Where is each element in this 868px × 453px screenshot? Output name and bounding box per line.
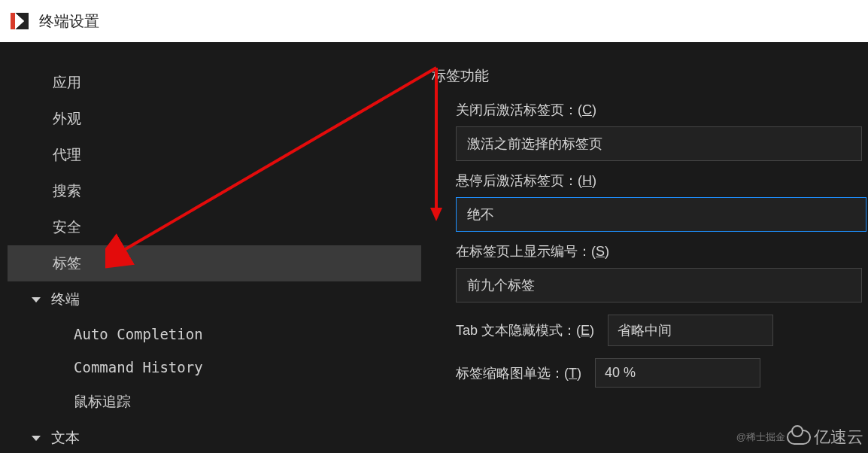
main-panel: 标签功能 关闭后激活标签页：(C) 激活之前选择的标签页 悬停后激活标签页：(H… [421, 42, 868, 453]
sidebar-group-label: 文本 [51, 428, 80, 448]
svg-rect-0 [11, 13, 15, 29]
app-logo-icon [11, 11, 30, 31]
thumbnail-label: 标签缩略图单选：(T) [456, 364, 581, 382]
sidebar-group-label: 终端 [51, 290, 80, 309]
show-number-select[interactable]: 前九个标签 [456, 268, 862, 303]
thumbnail-select[interactable]: 40 % [595, 358, 760, 388]
sidebar-item-mouse-tracking[interactable]: 鼠标追踪 [8, 384, 421, 420]
sidebar-item-appearance[interactable]: 外观 [8, 101, 421, 137]
hover-activate-select[interactable]: 绝不 [456, 197, 866, 232]
sidebar-item-tabs[interactable]: 标签 [8, 245, 421, 281]
close-activate-select[interactable]: 激活之前选择的标签页 [456, 126, 862, 161]
sidebar-group-terminal[interactable]: 终端 [8, 281, 421, 318]
sidebar-item-proxy[interactable]: 代理 [8, 137, 421, 173]
chevron-down-icon [32, 436, 41, 441]
show-number-label: 在标签页上显示编号：(S) [456, 242, 868, 260]
sidebar-item-app[interactable]: 应用 [8, 65, 421, 101]
sidebar: 应用 外观 代理 搜索 安全 标签 终端 Auto Completion Com… [0, 42, 421, 453]
sidebar-item-search[interactable]: 搜索 [8, 173, 421, 209]
chevron-down-icon [32, 297, 41, 303]
watermark-juejin: @稀士掘金 [736, 430, 785, 444]
window-title: 终端设置 [39, 11, 99, 32]
hover-activate-label: 悬停后激活标签页：(H) [456, 172, 868, 190]
watermark-yisu: 亿速云 [787, 426, 863, 448]
sidebar-item-auto-completion[interactable]: Auto Completion [8, 318, 421, 351]
hide-mode-select[interactable]: 省略中间 [608, 315, 773, 346]
hide-mode-label: Tab 文本隐藏模式：(E) [456, 321, 594, 339]
close-activate-label: 关闭后激活标签页：(C) [456, 101, 868, 119]
sidebar-item-command-history[interactable]: Command History [8, 351, 421, 384]
cloud-icon [787, 430, 811, 445]
titlebar: 终端设置 [0, 0, 868, 42]
sidebar-group-text[interactable]: 文本 [8, 420, 421, 453]
section-title: 标签功能 [429, 66, 868, 86]
sidebar-item-security[interactable]: 安全 [8, 209, 421, 245]
